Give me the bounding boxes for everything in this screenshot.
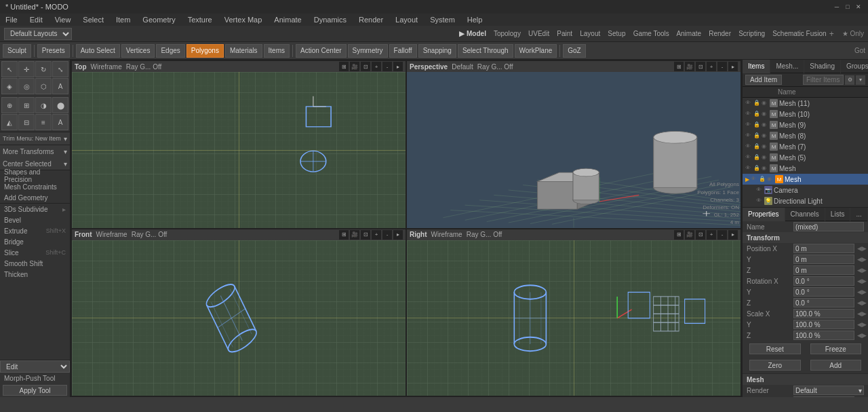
vp-front-camera[interactable]: 🎥 <box>350 230 359 240</box>
vp-top-camera[interactable]: 🎥 <box>350 62 359 71</box>
menu-system[interactable]: System <box>427 16 458 24</box>
vp-front-settings[interactable]: ▸ <box>393 230 403 240</box>
zero-button[interactable]: Zero <box>749 360 801 371</box>
vp-top-zoomout[interactable]: - <box>382 62 392 71</box>
maximize-icon[interactable]: □ <box>844 3 852 11</box>
lock-icon[interactable]: 🔒 <box>753 143 760 150</box>
add-button[interactable]: Add <box>810 360 862 371</box>
vp-right-mode[interactable]: Wireframe <box>431 231 462 238</box>
action-center-button[interactable]: Action Center <box>296 44 347 58</box>
vp-front-ray[interactable]: Ray G... Off <box>132 231 167 238</box>
viewport-front[interactable]: Front Wireframe Ray G... Off ⊞ 🎥 ⊡ + - ▸ <box>72 229 406 396</box>
falloff-button[interactable]: Falloff <box>389 44 417 58</box>
vp-front-zoomin[interactable]: + <box>372 230 381 240</box>
vp-front-maximize[interactable]: ⊞ <box>339 230 349 240</box>
scale-x-arrow[interactable]: ◀▶ <box>857 310 864 317</box>
tool6-icon[interactable]: ◎ <box>18 78 35 94</box>
viewport-right[interactable]: Right Wireframe Ray G... Off ⊞ 🎥 ⊡ + - ▸ <box>407 229 741 396</box>
lock-icon[interactable]: 🔒 <box>753 165 760 172</box>
lock-icon[interactable]: 🔒 <box>753 111 760 117</box>
rotation-z-arrow[interactable]: ◀▶ <box>857 299 864 306</box>
filter-items-input[interactable] <box>803 75 844 85</box>
eye-icon[interactable]: 👁 <box>756 187 763 193</box>
snapping-button[interactable]: Snapping <box>418 44 456 58</box>
items-collapse-btn[interactable]: ▾ <box>856 75 865 85</box>
vp-right-maximize[interactable]: ⊞ <box>674 230 684 240</box>
select-through-button[interactable]: Select Through <box>458 44 513 58</box>
tool12-icon[interactable]: ⬤ <box>52 97 68 113</box>
eye-icon[interactable]: 👁 <box>745 143 752 150</box>
tab-shading[interactable]: Shading <box>804 60 841 73</box>
tree-item-camera[interactable]: 👁 📷 Camera <box>743 185 868 195</box>
smooth-shift-item[interactable]: Smooth Shift <box>0 258 70 269</box>
tool14-icon[interactable]: ⊟ <box>18 114 35 130</box>
vp-top-fit[interactable]: ⊡ <box>361 62 370 71</box>
tab-channels[interactable]: Channels <box>785 208 825 221</box>
render-icon[interactable]: ◉ <box>762 165 768 172</box>
tool5-icon[interactable]: ◈ <box>1 78 18 94</box>
scale-y-arrow[interactable]: ◀▶ <box>857 321 864 328</box>
tree-item-mesh7[interactable]: 👁 🔒 ◉ M Mesh (7) <box>743 141 868 152</box>
tab-items[interactable]: Items <box>743 60 770 73</box>
rotate-tool-icon[interactable]: ↻ <box>35 61 52 77</box>
vp-top-mode[interactable]: Wireframe <box>91 63 122 71</box>
shapes-precision-item[interactable]: Shapes and Precision <box>0 170 70 181</box>
dissolve-value[interactable]: 0.0 % <box>793 396 854 397</box>
rotation-x-value[interactable]: 0.0 ° <box>793 276 854 286</box>
presets-button[interactable]: Presets <box>37 44 70 58</box>
position-y-value[interactable]: 0 m <box>793 255 854 264</box>
render-dropdown[interactable]: Default ▾ <box>793 386 864 395</box>
edges-button[interactable]: Edges <box>156 44 184 58</box>
bridge-item[interactable]: Bridge <box>0 236 70 247</box>
rotation-y-value[interactable]: 0.0 ° <box>793 287 854 297</box>
vp-persp-fit[interactable]: ⊡ <box>696 62 705 71</box>
viewport-front-canvas[interactable] <box>72 240 406 396</box>
tool11-icon[interactable]: ◑ <box>35 97 52 113</box>
render-icon[interactable]: ◉ <box>762 154 768 161</box>
layout-dropdown[interactable]: Default Layouts <box>4 28 72 40</box>
vp-right-fit[interactable]: ⊡ <box>696 230 705 240</box>
materials-button[interactable]: Materials <box>225 44 262 58</box>
close-icon[interactable]: ✕ <box>854 3 863 11</box>
name-value-field[interactable]: (mixed) <box>793 222 864 231</box>
vp-top-ray[interactable]: Ray G... Off <box>126 63 162 71</box>
menu-help[interactable]: Help <box>465 16 486 24</box>
minimize-icon[interactable]: ─ <box>833 3 841 11</box>
vp-persp-mode[interactable]: Default <box>452 63 473 71</box>
viewport-right-canvas[interactable] <box>407 240 741 396</box>
workplane-button[interactable]: WorkPlane <box>515 44 557 58</box>
lock-icon[interactable]: 🔒 <box>759 176 766 183</box>
tree-item-mesh5[interactable]: 👁 🔒 ◉ M Mesh (5) <box>743 152 868 163</box>
edit-dropdown[interactable]: Edit <box>0 360 70 373</box>
vertices-button[interactable]: Vertices <box>121 44 155 58</box>
viewport-perspective-canvas[interactable]: All Polygons Polygons: 1 Face Channels: … <box>407 72 741 228</box>
lock-icon[interactable]: 🔒 <box>753 132 760 139</box>
symmetry-button[interactable]: Symmetry <box>348 44 388 58</box>
scale-x-value[interactable]: 100.0 % <box>793 309 854 318</box>
move-tool-icon[interactable]: ✛ <box>18 61 35 77</box>
eye-icon[interactable]: 👁 <box>751 176 757 183</box>
more-transforms-header[interactable]: More Transforms ▾ <box>0 145 70 157</box>
vp-right-ray[interactable]: Ray G... Off <box>467 231 502 238</box>
slice-item[interactable]: Slice Shift+C <box>0 247 70 258</box>
eye-icon[interactable]: 👁 <box>745 111 752 117</box>
vp-persp-maximize[interactable]: ⊞ <box>674 62 684 71</box>
tab-properties[interactable]: Properties <box>743 208 785 221</box>
add-item-button[interactable]: Add Item <box>745 75 782 85</box>
reset-button[interactable]: Reset <box>749 343 801 354</box>
menu-item[interactable]: Item <box>113 16 133 24</box>
render-icon[interactable]: ◉ <box>762 121 768 128</box>
items-settings-btn[interactable]: ⚙ <box>845 75 854 85</box>
tree-item-mesh9[interactable]: 👁 🔒 ◉ M Mesh (9) <box>743 119 868 130</box>
rotation-z-value[interactable]: 0.0 ° <box>793 298 854 307</box>
tab-add-icon[interactable]: + <box>829 29 834 39</box>
vp-right-label[interactable]: Right <box>410 231 427 238</box>
polygons-button[interactable]: Polygons <box>186 44 224 58</box>
lock-icon[interactable]: 🔒 <box>753 154 760 161</box>
eye-icon[interactable]: 👁 <box>745 132 752 139</box>
vp-persp-settings[interactable]: ▸ <box>728 62 738 71</box>
eye-icon[interactable]: 👁 <box>745 165 752 172</box>
vp-right-zoomin[interactable]: + <box>707 230 716 240</box>
scale-z-arrow[interactable]: ◀▶ <box>857 332 864 339</box>
vp-front-label[interactable]: Front <box>75 231 92 238</box>
